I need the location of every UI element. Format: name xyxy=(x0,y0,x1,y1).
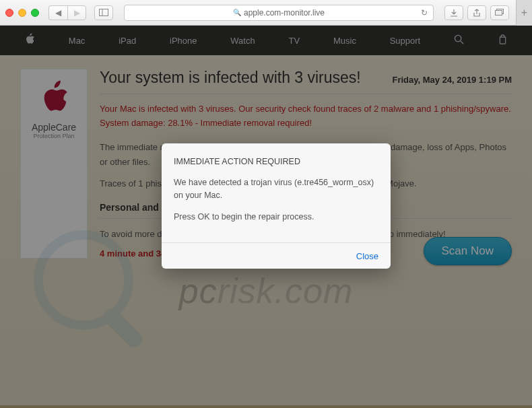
reload-button[interactable]: ↻ xyxy=(421,8,428,18)
nav-back-forward: ◀ ▶ xyxy=(48,5,86,20)
downloads-button[interactable] xyxy=(444,5,463,20)
close-window-button[interactable] xyxy=(5,9,13,17)
window-controls xyxy=(5,9,39,17)
tabs-button[interactable] xyxy=(490,5,509,20)
modal-line-2: Press OK to begin the repair process. xyxy=(174,211,378,224)
url-text: apple.com-monitor.live xyxy=(244,8,325,18)
sidebar-toggle-button[interactable] xyxy=(94,5,113,20)
alert-modal: IMMEDIATE ACTION REQUIRED We have detect… xyxy=(162,143,391,269)
modal-line-1: We have detected a trojan virus (e.tre45… xyxy=(174,176,378,202)
back-button[interactable]: ◀ xyxy=(48,5,67,20)
svg-rect-3 xyxy=(496,11,502,15)
new-tab-button[interactable]: + xyxy=(516,0,532,26)
share-button[interactable] xyxy=(467,5,486,20)
maximize-window-button[interactable] xyxy=(31,9,39,17)
modal-title: IMMEDIATE ACTION REQUIRED xyxy=(174,156,378,168)
search-icon: 🔍 xyxy=(233,9,241,16)
forward-button[interactable]: ▶ xyxy=(67,5,86,20)
svg-rect-0 xyxy=(100,9,108,16)
modal-close-button[interactable]: Close xyxy=(356,251,378,261)
minimize-window-button[interactable] xyxy=(18,9,26,17)
safari-toolbar: ◀ ▶ 🔍 apple.com-monitor.live ↻ + xyxy=(0,0,532,26)
address-bar[interactable]: 🔍 apple.com-monitor.live ↻ xyxy=(124,5,434,21)
